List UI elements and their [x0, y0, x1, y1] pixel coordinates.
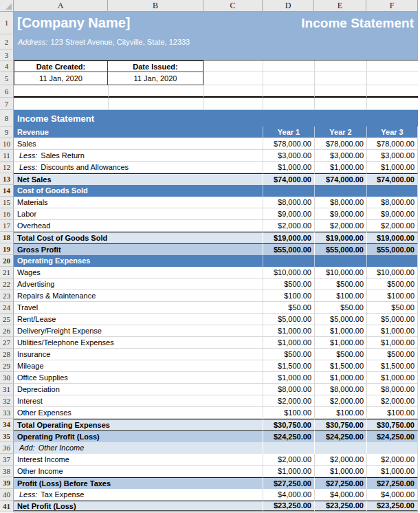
year3-header[interactable]: Year 3: [366, 127, 418, 138]
value-cell-year2[interactable]: $1,000.00: [314, 162, 366, 173]
row-number[interactable]: 7: [0, 98, 14, 110]
row-number[interactable]: 31: [0, 384, 14, 395]
value-cell-year1[interactable]: $1,000.00: [263, 325, 314, 337]
row-label-cell[interactable]: Materials: [14, 197, 263, 208]
row-number[interactable]: 6: [0, 85, 14, 98]
row-label-cell[interactable]: Other Income: [14, 466, 263, 477]
row-number[interactable]: 10: [0, 138, 14, 150]
row-number[interactable]: 27: [0, 337, 14, 349]
select-all-corner[interactable]: [0, 0, 14, 12]
row-number[interactable]: 35: [0, 430, 14, 442]
row-label-cell[interactable]: Interest Income: [14, 454, 263, 466]
row-number[interactable]: 26: [0, 325, 14, 337]
value-cell-year3[interactable]: $1,000.00: [366, 337, 418, 349]
value-cell-year3[interactable]: $2,000.00: [366, 220, 418, 232]
row-number[interactable]: 33: [0, 407, 14, 419]
row-label-cell[interactable]: Delivery/Freight Expense: [14, 325, 263, 337]
value-cell-year3[interactable]: $1,000.00: [366, 466, 418, 477]
cell[interactable]: [203, 98, 263, 110]
cell[interactable]: [366, 98, 418, 110]
value-cell-year3[interactable]: $50.00: [366, 302, 418, 314]
value-cell-year2[interactable]: [314, 185, 366, 197]
cell[interactable]: [314, 61, 366, 72]
cell[interactable]: [366, 61, 418, 72]
year2-header[interactable]: Year 2: [314, 127, 366, 138]
row-number[interactable]: 13: [0, 173, 14, 185]
row-label-cell[interactable]: Office Supplies: [14, 372, 263, 384]
banner-empty-cell[interactable]: [14, 50, 418, 61]
row-label-cell[interactable]: Less: Tax Expense: [14, 489, 263, 501]
value-cell-year2[interactable]: $8,000.00: [314, 197, 366, 208]
row-label-cell[interactable]: Total Cost of Goods Sold: [14, 232, 263, 243]
row-label-cell[interactable]: Other Expenses: [14, 407, 263, 419]
value-cell-year1[interactable]: $4,000.00: [263, 489, 314, 501]
cell[interactable]: [263, 98, 314, 110]
date-created-value[interactable]: 11 Jan, 2020: [14, 72, 108, 85]
row-number[interactable]: 4: [0, 61, 14, 72]
value-cell-year2[interactable]: $5,000.00: [314, 314, 366, 325]
value-cell-year2[interactable]: $55,000.00: [314, 243, 366, 255]
value-cell-year2[interactable]: $50.00: [314, 302, 366, 314]
value-cell-year1[interactable]: $8,000.00: [263, 384, 314, 395]
value-cell-year3[interactable]: $27,250.00: [366, 477, 418, 489]
cell[interactable]: [203, 61, 263, 72]
value-cell-year2[interactable]: $27,250.00: [314, 477, 366, 489]
value-cell-year1[interactable]: $74,000.00: [263, 173, 314, 185]
value-cell-year2[interactable]: $1,000.00: [314, 337, 366, 349]
value-cell-year3[interactable]: $10,000.00: [366, 267, 418, 279]
row-number[interactable]: 20: [0, 255, 14, 267]
row-label-cell[interactable]: Overhead: [14, 220, 263, 232]
value-cell-year1[interactable]: $19,000.00: [263, 232, 314, 243]
statement-title-cell[interactable]: Income Statement: [14, 110, 418, 127]
value-cell-year2[interactable]: $1,000.00: [314, 466, 366, 477]
value-cell-year3[interactable]: $1,500.00: [366, 360, 418, 372]
value-cell-year1[interactable]: $1,000.00: [263, 372, 314, 384]
value-cell-year1[interactable]: $10,000.00: [263, 267, 314, 279]
row-number[interactable]: 21: [0, 267, 14, 279]
row-label-cell[interactable]: Wages: [14, 267, 263, 279]
year1-header[interactable]: Year 1: [263, 127, 314, 138]
cell[interactable]: [314, 98, 366, 110]
value-cell-year3[interactable]: $78,000.00: [366, 138, 418, 150]
row-label-cell[interactable]: Less: Sales Return: [14, 150, 263, 162]
value-cell-year2[interactable]: $100.00: [314, 407, 366, 419]
row-number[interactable]: 1: [0, 12, 14, 34]
value-cell-year3[interactable]: $9,000.00: [366, 208, 418, 220]
row-label-cell[interactable]: Sales: [14, 138, 263, 150]
value-cell-year1[interactable]: $1,000.00: [263, 466, 314, 477]
row-label-cell[interactable]: Utilities/Telephone Expenses: [14, 337, 263, 349]
column-header-d[interactable]: D: [263, 0, 314, 12]
column-header-a[interactable]: A: [14, 0, 108, 12]
row-number[interactable]: 28: [0, 349, 14, 360]
value-cell-year1[interactable]: $78,000.00: [263, 138, 314, 150]
value-cell-year3[interactable]: $500.00: [366, 279, 418, 290]
value-cell-year3[interactable]: [366, 255, 418, 267]
row-label-cell[interactable]: Net Sales: [14, 173, 263, 185]
row-label-cell[interactable]: Operating Profit (Loss): [14, 430, 263, 442]
row-label-cell[interactable]: Net Profit (Loss): [14, 501, 263, 512]
row-label-cell[interactable]: Rent/Lease: [14, 314, 263, 325]
row-number[interactable]: 18: [0, 232, 14, 243]
row-label-cell[interactable]: Mileage: [14, 360, 263, 372]
value-cell-year3[interactable]: $74,000.00: [366, 173, 418, 185]
value-cell-year1[interactable]: $500.00: [263, 349, 314, 360]
cell[interactable]: [314, 72, 366, 85]
row-number[interactable]: 19: [0, 243, 14, 255]
column-header-f[interactable]: F: [366, 0, 418, 12]
row-number[interactable]: 40: [0, 489, 14, 501]
row-label-cell[interactable]: Add: Other Income: [14, 442, 263, 454]
value-cell-year2[interactable]: $100.00: [314, 290, 366, 302]
row-number[interactable]: 41: [0, 501, 14, 512]
value-cell-year3[interactable]: $100.00: [366, 407, 418, 419]
row-number[interactable]: 30: [0, 372, 14, 384]
value-cell-year2[interactable]: [314, 442, 366, 454]
cell[interactable]: [108, 98, 203, 110]
value-cell-year3[interactable]: $3,000.00: [366, 150, 418, 162]
row-label-cell[interactable]: Total Operating Expenses: [14, 419, 263, 430]
value-cell-year2[interactable]: $1,000.00: [314, 372, 366, 384]
row-number[interactable]: 32: [0, 395, 14, 407]
cell[interactable]: [366, 85, 418, 98]
row-number[interactable]: 36: [0, 442, 14, 454]
value-cell-year2[interactable]: $8,000.00: [314, 384, 366, 395]
row-label-cell[interactable]: Insurance: [14, 349, 263, 360]
